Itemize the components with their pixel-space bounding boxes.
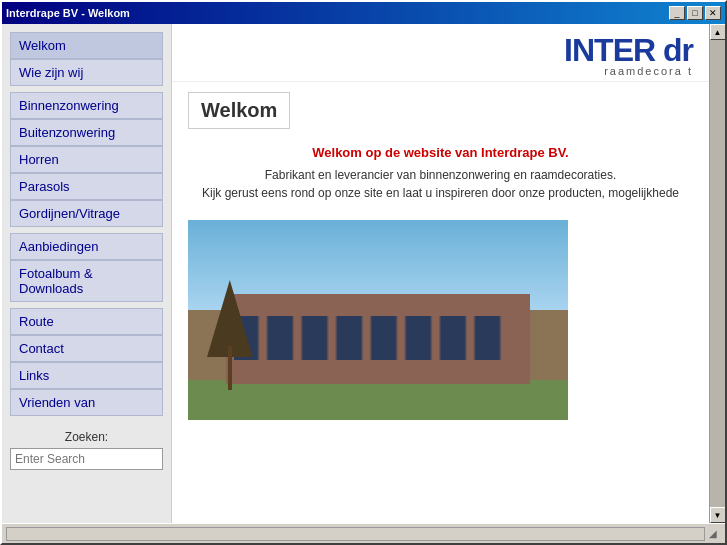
scroll-track[interactable] xyxy=(710,40,725,507)
logo-area: INTER dr raamdecora t xyxy=(172,24,709,82)
tree-left xyxy=(207,280,253,390)
nav-item-horren[interactable]: Horren xyxy=(10,146,163,173)
minimize-button[interactable]: _ xyxy=(669,6,685,20)
nav-separator-1 xyxy=(10,418,163,424)
nav-item-parasols[interactable]: Parasols xyxy=(10,173,163,200)
browser-window: Interdrape BV - Welkom _ □ ✕ WelkomWie z… xyxy=(0,0,727,545)
logo-text: INTER dr xyxy=(188,32,693,69)
welcome-section: Welkom op de website van Interdrape BV. … xyxy=(172,137,709,210)
nav-item-welkom[interactable]: Welkom xyxy=(10,32,163,59)
close-button[interactable]: ✕ xyxy=(705,6,721,20)
tree-trunk xyxy=(228,346,233,390)
status-bar: ◢ xyxy=(2,523,725,543)
status-panel xyxy=(6,527,705,541)
browser-content: WelkomWie zijn wijBinnenzonweringBuitenz… xyxy=(2,24,725,523)
nav-menu: WelkomWie zijn wijBinnenzonweringBuitenz… xyxy=(10,32,163,416)
nav-item-binnenzonwering[interactable]: Binnenzonwering xyxy=(10,92,163,119)
nav-item-contact[interactable]: Contact xyxy=(10,335,163,362)
resize-grip[interactable]: ◢ xyxy=(705,526,721,542)
scroll-up-button[interactable]: ▲ xyxy=(710,24,726,40)
nav-item-fotoalbum-downloads[interactable]: Fotoalbum & Downloads xyxy=(10,260,163,302)
vertical-scrollbar: ▲ ▼ xyxy=(709,24,725,523)
nav-item-vrienden-van[interactable]: Vrienden van xyxy=(10,389,163,416)
main-content: INTER dr raamdecora t Welkom Welkom op d… xyxy=(172,24,709,523)
logo-subtext: raamdecora t xyxy=(188,65,693,77)
search-label: Zoeken: xyxy=(10,426,163,446)
title-bar: Interdrape BV - Welkom _ □ ✕ xyxy=(2,2,725,24)
search-input[interactable] xyxy=(10,448,163,470)
welcome-heading: Welkom op de website van Interdrape BV. xyxy=(188,145,693,160)
scroll-down-button[interactable]: ▼ xyxy=(710,507,726,523)
window-controls: _ □ ✕ xyxy=(669,6,721,20)
nav-item-links[interactable]: Links xyxy=(10,362,163,389)
nav-item-aanbiedingen[interactable]: Aanbiedingen xyxy=(10,233,163,260)
nav-item-route[interactable]: Route xyxy=(10,308,163,335)
building-windows xyxy=(234,316,523,360)
welcome-body-line2: Kijk gerust eens rond op onze site en la… xyxy=(188,184,693,202)
page-title-box: Welkom xyxy=(188,92,290,129)
window-title: Interdrape BV - Welkom xyxy=(6,7,130,19)
page-title: Welkom xyxy=(201,99,277,121)
maximize-button[interactable]: □ xyxy=(687,6,703,20)
building-photo xyxy=(188,220,568,420)
nav-item-buitenzonwering[interactable]: Buitenzonwering xyxy=(10,119,163,146)
nav-item-wie-zijn-wij[interactable]: Wie zijn wij xyxy=(10,59,163,86)
sidebar: WelkomWie zijn wijBinnenzonweringBuitenz… xyxy=(2,24,172,523)
welcome-body-line1: Fabrikant en leverancier van binnenzonwe… xyxy=(188,166,693,184)
nav-item-gordijnen-vitrage[interactable]: Gordijnen/Vitrage xyxy=(10,200,163,227)
